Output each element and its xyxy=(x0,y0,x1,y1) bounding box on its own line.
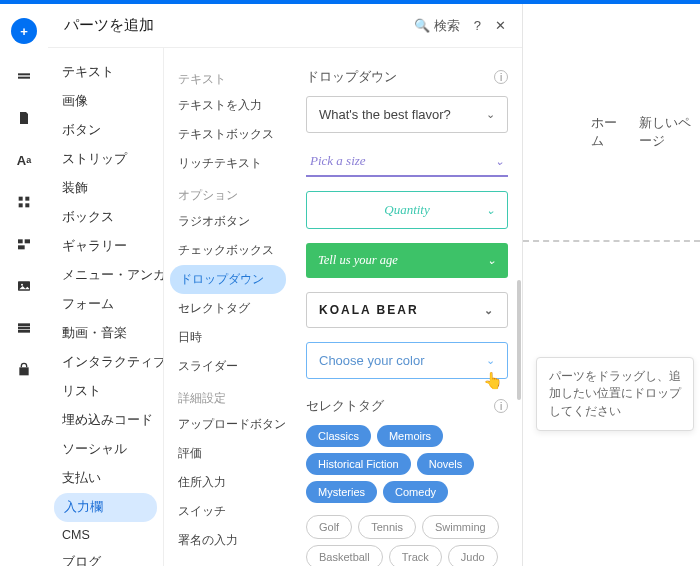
svg-rect-3 xyxy=(25,197,29,201)
subcategory-item[interactable]: スイッチ xyxy=(164,497,292,526)
category-item[interactable]: フォーム xyxy=(48,290,163,319)
tag[interactable]: Memoirs xyxy=(377,425,443,447)
category-item[interactable]: 埋め込みコード xyxy=(48,406,163,435)
group-title: テキスト xyxy=(164,68,292,91)
add-panel: パーツを追加 🔍 検索 ? ✕ テキスト画像ボタンストリップ装飾ボックスギャラリ… xyxy=(48,4,523,566)
section-icon[interactable] xyxy=(14,66,34,86)
tag[interactable]: Tennis xyxy=(358,515,416,539)
category-item[interactable]: ブログ xyxy=(48,548,163,566)
subcategory-item[interactable]: 署名の入力 xyxy=(164,526,292,555)
cursor-icon: 👆 xyxy=(483,371,503,390)
category-item[interactable]: ボックス xyxy=(48,203,163,232)
dropdown-quantity[interactable]: Quantity⌄ xyxy=(306,191,508,229)
category-item[interactable]: ストリップ xyxy=(48,145,163,174)
dropdown-age[interactable]: Tell us your age⌄ xyxy=(306,243,508,278)
tag[interactable]: Historical Fiction xyxy=(306,453,411,475)
subcategory-item[interactable]: ラジオボタン xyxy=(164,207,292,236)
nav-newpage[interactable]: 新しいページ xyxy=(639,114,700,150)
category-item[interactable]: 画像 xyxy=(48,87,163,116)
drag-hint-tooltip: パーツをドラッグし、追加したい位置にドロップしてください xyxy=(536,357,694,431)
section-title: セレクトタグ xyxy=(306,397,384,415)
section-title: ドロップダウン xyxy=(306,68,397,86)
tag[interactable]: Mysteries xyxy=(306,481,377,503)
chevron-down-icon: ⌄ xyxy=(486,354,495,367)
grid-icon[interactable] xyxy=(14,192,34,212)
tag[interactable]: Swimming xyxy=(422,515,499,539)
info-icon[interactable]: i xyxy=(494,70,508,84)
subcategory-item[interactable]: セレクトタグ xyxy=(164,294,292,323)
subcategory-item[interactable]: 評価 xyxy=(164,439,292,468)
category-item[interactable]: 入力欄 xyxy=(54,493,157,522)
tag-group-blue: ClassicsMemoirsHistorical FictionNovelsM… xyxy=(306,425,508,503)
category-item[interactable]: インタラクティブ xyxy=(48,348,163,377)
svg-rect-11 xyxy=(18,323,30,326)
category-item[interactable]: リスト xyxy=(48,377,163,406)
panel-header: パーツを追加 🔍 検索 ? ✕ xyxy=(48,4,522,48)
panel-title: パーツを追加 xyxy=(64,16,154,35)
subcategory-item[interactable]: ドロップダウン xyxy=(170,265,286,294)
subcategory-item[interactable]: テキストを入力 xyxy=(164,91,292,120)
subcategory-item[interactable]: スライダー xyxy=(164,352,292,381)
subcategory-item[interactable]: リッチテキスト xyxy=(164,149,292,178)
subcategory-list: テキストテキストを入力テキストボックスリッチテキストオプションラジオボタンチェッ… xyxy=(164,48,292,566)
app-icon[interactable] xyxy=(14,234,34,254)
category-list: テキスト画像ボタンストリップ装飾ボックスギャラリーメニュー・アンカーフォーム動画… xyxy=(48,48,164,566)
tag[interactable]: Golf xyxy=(306,515,352,539)
subcategory-item[interactable]: 住所入力 xyxy=(164,468,292,497)
category-item[interactable]: 装飾 xyxy=(48,174,163,203)
chevron-down-icon: ⌄ xyxy=(486,108,495,121)
category-item[interactable]: メニュー・アンカー xyxy=(48,261,163,290)
left-icon-rail: + Aa xyxy=(0,4,48,566)
scrollbar[interactable] xyxy=(517,280,521,400)
drop-guide xyxy=(523,240,700,242)
subcategory-item[interactable]: チェックボックス xyxy=(164,236,292,265)
info-icon[interactable]: i xyxy=(494,399,508,413)
svg-rect-12 xyxy=(18,327,30,330)
category-item[interactable]: ギャラリー xyxy=(48,232,163,261)
svg-point-10 xyxy=(21,284,23,286)
chevron-down-icon: ⌄ xyxy=(486,204,495,217)
svg-rect-6 xyxy=(18,239,23,243)
tag[interactable]: Judo xyxy=(448,545,498,566)
add-icon[interactable]: + xyxy=(11,18,37,44)
tag[interactable]: Classics xyxy=(306,425,371,447)
dropdown-flavor[interactable]: What's the best flavor?⌄ xyxy=(306,96,508,133)
preview-pane: ドロップダウンi What's the best flavor?⌄ Pick a… xyxy=(292,48,522,566)
svg-rect-2 xyxy=(19,197,23,201)
dropdown-size[interactable]: Pick a size⌄ xyxy=(306,147,508,177)
close-icon[interactable]: ✕ xyxy=(495,18,506,33)
subcategory-item[interactable]: テキストボックス xyxy=(164,120,292,149)
dropdown-color[interactable]: Choose your color⌄👆 xyxy=(306,342,508,379)
svg-rect-5 xyxy=(25,203,29,207)
search-button[interactable]: 🔍 検索 xyxy=(414,17,460,35)
group-title: オプション xyxy=(164,184,292,207)
chevron-down-icon: ⌄ xyxy=(495,155,504,168)
store-icon[interactable] xyxy=(14,360,34,380)
category-item[interactable]: ボタン xyxy=(48,116,163,145)
page-icon[interactable] xyxy=(14,108,34,128)
svg-rect-0 xyxy=(18,73,30,75)
chevron-down-icon: ⌄ xyxy=(484,304,495,317)
subcategory-item[interactable]: 日時 xyxy=(164,323,292,352)
tag[interactable]: Track xyxy=(389,545,442,566)
category-item[interactable]: テキスト xyxy=(48,58,163,87)
category-item[interactable]: 動画・音楽 xyxy=(48,319,163,348)
tag[interactable]: Comedy xyxy=(383,481,448,503)
dropdown-koala[interactable]: KOALA BEAR⌄ xyxy=(306,292,508,328)
svg-rect-1 xyxy=(18,77,30,79)
data-icon[interactable] xyxy=(14,318,34,338)
chevron-down-icon: ⌄ xyxy=(487,254,496,267)
help-button[interactable]: ? xyxy=(474,18,481,33)
category-item[interactable]: ソーシャル xyxy=(48,435,163,464)
tag[interactable]: Basketball xyxy=(306,545,383,566)
category-item[interactable]: CMS xyxy=(48,522,163,548)
svg-rect-4 xyxy=(19,203,23,207)
subcategory-item[interactable]: アップロードボタン xyxy=(164,410,292,439)
category-item[interactable]: 支払い xyxy=(48,464,163,493)
tag[interactable]: Novels xyxy=(417,453,475,475)
group-title: 詳細設定 xyxy=(164,387,292,410)
font-icon[interactable]: Aa xyxy=(14,150,34,170)
image-icon[interactable] xyxy=(14,276,34,296)
nav-home[interactable]: ホーム xyxy=(591,114,621,150)
canvas-area: ホーム 新しいページ xyxy=(523,4,700,566)
